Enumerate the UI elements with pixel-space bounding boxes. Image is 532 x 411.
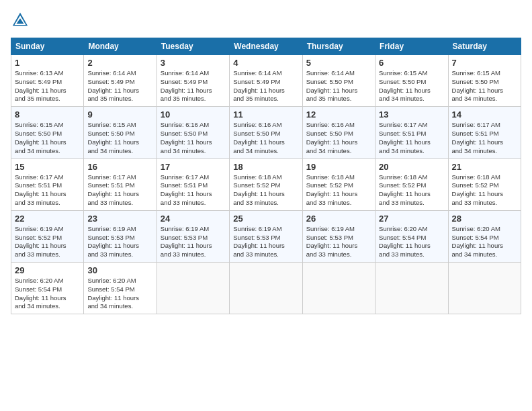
day-cell (375, 263, 448, 314)
day-cell: 17Sunrise: 6:17 AM Sunset: 5:51 PM Dayli… (157, 158, 229, 210)
day-number: 8 (15, 109, 80, 120)
day-number: 4 (233, 58, 298, 68)
day-info: Sunrise: 6:19 AM Sunset: 5:53 PM Dayligh… (161, 225, 226, 259)
header-row: SundayMondayTuesdayWednesdayThursdayFrid… (11, 38, 521, 55)
col-header-thursday: Thursday (302, 38, 375, 55)
day-cell (302, 263, 375, 314)
day-number: 15 (15, 162, 80, 172)
col-header-wednesday: Wednesday (230, 38, 302, 55)
col-header-saturday: Saturday (448, 38, 521, 55)
day-number: 22 (15, 214, 80, 224)
day-info: Sunrise: 6:19 AM Sunset: 5:53 PM Dayligh… (233, 225, 298, 259)
day-cell: 5Sunrise: 6:14 AM Sunset: 5:50 PM Daylig… (302, 55, 375, 107)
week-row-5: 29Sunrise: 6:20 AM Sunset: 5:54 PM Dayli… (11, 263, 521, 314)
day-cell: 28Sunrise: 6:20 AM Sunset: 5:54 PM Dayli… (448, 210, 521, 262)
day-info: Sunrise: 6:20 AM Sunset: 5:54 PM Dayligh… (379, 225, 444, 259)
day-number: 27 (379, 214, 444, 224)
day-number: 14 (452, 109, 517, 120)
day-number: 21 (452, 162, 517, 172)
day-info: Sunrise: 6:17 AM Sunset: 5:51 PM Dayligh… (87, 173, 152, 208)
day-info: Sunrise: 6:18 AM Sunset: 5:52 PM Dayligh… (306, 173, 371, 208)
day-info: Sunrise: 6:18 AM Sunset: 5:52 PM Dayligh… (233, 173, 298, 208)
day-cell: 1Sunrise: 6:13 AM Sunset: 5:49 PM Daylig… (11, 55, 84, 107)
day-cell: 30Sunrise: 6:20 AM Sunset: 5:54 PM Dayli… (84, 263, 157, 314)
day-cell: 15Sunrise: 6:17 AM Sunset: 5:51 PM Dayli… (11, 158, 84, 210)
calendar-table: SundayMondayTuesdayWednesdayThursdayFrid… (11, 38, 521, 314)
day-cell: 21Sunrise: 6:18 AM Sunset: 5:52 PM Dayli… (448, 158, 521, 210)
day-cell: 6Sunrise: 6:15 AM Sunset: 5:50 PM Daylig… (375, 55, 448, 107)
day-info: Sunrise: 6:14 AM Sunset: 5:49 PM Dayligh… (161, 69, 226, 103)
day-cell (448, 263, 521, 314)
day-number: 19 (306, 162, 371, 172)
day-cell (157, 263, 229, 314)
day-info: Sunrise: 6:17 AM Sunset: 5:51 PM Dayligh… (161, 173, 226, 208)
day-cell: 29Sunrise: 6:20 AM Sunset: 5:54 PM Dayli… (11, 263, 84, 314)
day-cell: 11Sunrise: 6:16 AM Sunset: 5:50 PM Dayli… (230, 107, 302, 158)
day-info: Sunrise: 6:14 AM Sunset: 5:49 PM Dayligh… (87, 69, 152, 103)
day-info: Sunrise: 6:18 AM Sunset: 5:52 PM Dayligh… (452, 173, 517, 208)
day-info: Sunrise: 6:20 AM Sunset: 5:54 PM Dayligh… (452, 225, 517, 259)
day-info: Sunrise: 6:15 AM Sunset: 5:50 PM Dayligh… (15, 121, 80, 155)
col-header-tuesday: Tuesday (157, 38, 229, 55)
day-info: Sunrise: 6:17 AM Sunset: 5:51 PM Dayligh… (15, 173, 80, 208)
day-number: 6 (379, 58, 444, 68)
day-number: 17 (161, 162, 226, 172)
day-info: Sunrise: 6:17 AM Sunset: 5:51 PM Dayligh… (452, 121, 517, 155)
day-cell: 12Sunrise: 6:16 AM Sunset: 5:50 PM Dayli… (302, 107, 375, 158)
week-row-2: 8Sunrise: 6:15 AM Sunset: 5:50 PM Daylig… (11, 107, 521, 158)
day-number: 29 (15, 265, 80, 275)
day-number: 16 (87, 162, 152, 172)
col-header-friday: Friday (375, 38, 448, 55)
day-number: 10 (161, 109, 226, 120)
day-number: 1 (15, 58, 80, 68)
day-info: Sunrise: 6:18 AM Sunset: 5:52 PM Dayligh… (379, 173, 444, 208)
day-number: 25 (233, 214, 298, 224)
day-cell: 2Sunrise: 6:14 AM Sunset: 5:49 PM Daylig… (84, 55, 157, 107)
day-info: Sunrise: 6:19 AM Sunset: 5:52 PM Dayligh… (15, 225, 80, 259)
day-cell: 24Sunrise: 6:19 AM Sunset: 5:53 PM Dayli… (157, 210, 229, 262)
day-cell: 14Sunrise: 6:17 AM Sunset: 5:51 PM Dayli… (448, 107, 521, 158)
day-info: Sunrise: 6:19 AM Sunset: 5:53 PM Dayligh… (306, 225, 371, 259)
day-number: 11 (233, 109, 298, 120)
day-cell: 9Sunrise: 6:15 AM Sunset: 5:50 PM Daylig… (84, 107, 157, 158)
day-info: Sunrise: 6:14 AM Sunset: 5:49 PM Dayligh… (233, 69, 298, 103)
day-number: 30 (87, 265, 152, 275)
day-number: 24 (161, 214, 226, 224)
day-info: Sunrise: 6:17 AM Sunset: 5:51 PM Dayligh… (379, 121, 444, 155)
day-info: Sunrise: 6:16 AM Sunset: 5:50 PM Dayligh… (233, 121, 298, 155)
day-cell: 8Sunrise: 6:15 AM Sunset: 5:50 PM Daylig… (11, 107, 84, 158)
day-cell: 23Sunrise: 6:19 AM Sunset: 5:53 PM Dayli… (84, 210, 157, 262)
day-number: 28 (452, 214, 517, 224)
day-number: 3 (161, 58, 226, 68)
day-info: Sunrise: 6:15 AM Sunset: 5:50 PM Dayligh… (379, 69, 444, 103)
day-cell: 3Sunrise: 6:14 AM Sunset: 5:49 PM Daylig… (157, 55, 229, 107)
week-row-3: 15Sunrise: 6:17 AM Sunset: 5:51 PM Dayli… (11, 158, 521, 210)
logo-icon (11, 11, 30, 30)
day-cell: 16Sunrise: 6:17 AM Sunset: 5:51 PM Dayli… (84, 158, 157, 210)
day-cell: 7Sunrise: 6:15 AM Sunset: 5:50 PM Daylig… (448, 55, 521, 107)
col-header-monday: Monday (84, 38, 157, 55)
day-cell (230, 263, 302, 314)
day-cell: 26Sunrise: 6:19 AM Sunset: 5:53 PM Dayli… (302, 210, 375, 262)
day-info: Sunrise: 6:20 AM Sunset: 5:54 PM Dayligh… (15, 277, 80, 311)
day-cell: 10Sunrise: 6:16 AM Sunset: 5:50 PM Dayli… (157, 107, 229, 158)
day-number: 5 (306, 58, 371, 68)
day-cell: 25Sunrise: 6:19 AM Sunset: 5:53 PM Dayli… (230, 210, 302, 262)
day-number: 9 (87, 109, 152, 120)
day-info: Sunrise: 6:13 AM Sunset: 5:49 PM Dayligh… (15, 69, 80, 103)
day-number: 13 (379, 109, 444, 120)
day-number: 2 (87, 58, 152, 68)
page: SundayMondayTuesdayWednesdayThursdayFrid… (0, 0, 532, 411)
day-info: Sunrise: 6:15 AM Sunset: 5:50 PM Dayligh… (452, 69, 517, 103)
day-cell: 22Sunrise: 6:19 AM Sunset: 5:52 PM Dayli… (11, 210, 84, 262)
day-number: 20 (379, 162, 444, 172)
day-cell: 13Sunrise: 6:17 AM Sunset: 5:51 PM Dayli… (375, 107, 448, 158)
day-number: 26 (306, 214, 371, 224)
col-header-sunday: Sunday (11, 38, 84, 55)
day-number: 18 (233, 162, 298, 172)
day-info: Sunrise: 6:14 AM Sunset: 5:50 PM Dayligh… (306, 69, 371, 103)
day-number: 7 (452, 58, 517, 68)
header (11, 11, 521, 30)
day-cell: 27Sunrise: 6:20 AM Sunset: 5:54 PM Dayli… (375, 210, 448, 262)
day-info: Sunrise: 6:16 AM Sunset: 5:50 PM Dayligh… (306, 121, 371, 155)
